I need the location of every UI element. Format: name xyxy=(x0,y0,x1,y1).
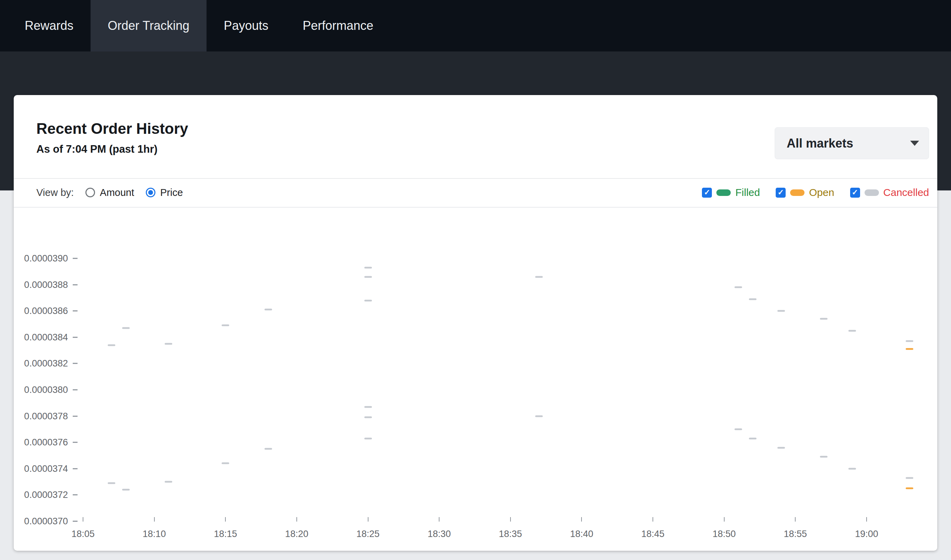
x-axis-tick-label: 18:25 xyxy=(344,529,392,539)
order-point-open xyxy=(906,348,913,350)
y-axis-tick xyxy=(73,389,77,391)
radio-price-icon[interactable] xyxy=(146,188,155,197)
tab-performance[interactable]: Performance xyxy=(285,0,391,51)
y-axis-tick-label: 0.0000382 xyxy=(14,358,68,369)
x-axis-tick-label: 18:10 xyxy=(130,529,179,539)
y-axis-tick xyxy=(73,337,77,338)
order-point-cancelled xyxy=(820,456,828,458)
y-axis-tick-label: 0.0000370 xyxy=(14,516,68,527)
order-point-cancelled xyxy=(777,310,785,312)
x-axis-tick-label: 18:30 xyxy=(415,529,463,539)
radio-amount-label: Amount xyxy=(100,187,134,198)
y-axis-tick xyxy=(73,468,77,469)
legend-label-cancelled: Cancelled xyxy=(883,187,929,198)
x-axis-tick xyxy=(439,517,440,522)
legend-item-cancelled[interactable]: ✓ Cancelled xyxy=(850,187,929,198)
x-axis-tick-label: 18:35 xyxy=(486,529,534,539)
order-point-cancelled xyxy=(108,344,115,346)
radio-price-label: Price xyxy=(160,187,183,198)
x-axis-tick-label: 18:45 xyxy=(629,529,677,539)
x-axis-tick xyxy=(510,517,511,522)
y-axis-tick xyxy=(73,494,77,495)
order-point-cancelled xyxy=(165,343,172,345)
top-nav: Rewards Order Tracking Payouts Performan… xyxy=(0,0,951,51)
y-axis-tick xyxy=(73,442,77,443)
y-axis-tick xyxy=(73,284,77,285)
order-point-cancelled xyxy=(777,447,785,448)
x-axis-tick-label: 18:15 xyxy=(202,529,249,539)
order-point-cancelled xyxy=(364,267,372,268)
order-point-cancelled xyxy=(122,327,130,329)
x-axis-tick-label: 18:40 xyxy=(557,529,606,539)
radio-amount[interactable]: Amount xyxy=(85,187,134,198)
title-block: Recent Order History As of 7:04 PM (past… xyxy=(36,120,188,155)
filled-pill-icon xyxy=(716,189,731,196)
y-axis-tick-label: 0.0000376 xyxy=(14,437,68,448)
page-title: Recent Order History xyxy=(36,120,188,138)
legend-label-filled: Filled xyxy=(735,187,760,198)
radio-amount-icon[interactable] xyxy=(85,188,95,197)
order-point-cancelled xyxy=(848,330,856,331)
x-axis-tick xyxy=(581,517,582,522)
y-axis-tick-label: 0.0000384 xyxy=(14,332,68,342)
order-point-cancelled xyxy=(734,428,742,430)
x-axis-tick-label: 18:50 xyxy=(700,529,748,539)
order-point-cancelled xyxy=(820,318,828,320)
y-axis-tick-label: 0.0000388 xyxy=(14,279,68,290)
x-axis-tick-label: 18:05 xyxy=(59,529,107,539)
x-axis-tick xyxy=(225,517,226,522)
order-point-cancelled xyxy=(108,482,115,484)
y-axis-tick xyxy=(73,311,77,312)
y-axis-tick-label: 0.0000374 xyxy=(14,463,68,474)
checkbox-open-icon[interactable]: ✓ xyxy=(776,188,786,198)
checkbox-filled-icon[interactable]: ✓ xyxy=(702,188,712,198)
cancelled-pill-icon xyxy=(865,189,879,196)
order-point-cancelled xyxy=(535,276,543,278)
order-point-cancelled xyxy=(222,325,229,326)
order-point-cancelled xyxy=(364,300,372,301)
x-axis-tick xyxy=(296,517,297,522)
order-point-cancelled xyxy=(364,437,372,439)
order-point-cancelled xyxy=(535,415,543,417)
x-axis-tick xyxy=(795,517,796,522)
legend-item-filled[interactable]: ✓ Filled xyxy=(702,187,760,198)
order-point-cancelled xyxy=(364,276,372,278)
x-axis-tick xyxy=(368,517,368,522)
market-select[interactable]: All markets xyxy=(775,127,929,159)
order-point-cancelled xyxy=(848,468,856,469)
order-point-cancelled xyxy=(364,406,372,408)
x-axis-tick-label: 19:00 xyxy=(843,529,891,539)
order-point-cancelled xyxy=(165,481,172,483)
as-of-subtitle: As of 7:04 PM (past 1hr) xyxy=(36,143,188,155)
y-axis-tick-label: 0.0000378 xyxy=(14,411,68,422)
legend-label-open: Open xyxy=(809,187,834,198)
order-point-cancelled xyxy=(222,463,229,464)
tab-rewards[interactable]: Rewards xyxy=(8,0,91,51)
y-axis-tick xyxy=(73,521,77,522)
y-axis-tick xyxy=(73,363,77,364)
order-point-cancelled xyxy=(122,489,130,491)
view-by-group: View by: Amount Price xyxy=(36,187,183,198)
legend-item-open[interactable]: ✓ Open xyxy=(776,187,834,198)
controls-row: View by: Amount Price ✓ Filled ✓ Open xyxy=(14,178,937,207)
tab-payouts[interactable]: Payouts xyxy=(206,0,285,51)
order-point-open xyxy=(906,488,913,489)
order-point-cancelled xyxy=(906,340,913,342)
view-by-label: View by: xyxy=(36,187,74,198)
checkbox-cancelled-icon[interactable]: ✓ xyxy=(850,188,860,198)
x-axis-tick-label: 18:55 xyxy=(771,529,819,539)
x-axis-tick xyxy=(83,517,83,522)
y-axis-tick-label: 0.0000386 xyxy=(14,306,68,316)
x-axis-tick xyxy=(866,517,867,522)
card-header: Recent Order History As of 7:04 PM (past… xyxy=(14,95,937,178)
order-point-cancelled xyxy=(265,448,272,450)
y-axis-tick xyxy=(73,415,77,417)
order-point-cancelled xyxy=(749,437,757,439)
y-axis-tick-label: 0.0000380 xyxy=(14,385,68,395)
y-axis-tick-label: 0.0000390 xyxy=(14,253,68,264)
tab-order-tracking[interactable]: Order Tracking xyxy=(91,0,206,51)
radio-price[interactable]: Price xyxy=(146,187,183,198)
x-axis-tick xyxy=(724,517,725,522)
market-select-value: All markets xyxy=(787,136,853,151)
order-chart: 0.00003900.00003880.00003860.00003840.00… xyxy=(14,207,937,551)
